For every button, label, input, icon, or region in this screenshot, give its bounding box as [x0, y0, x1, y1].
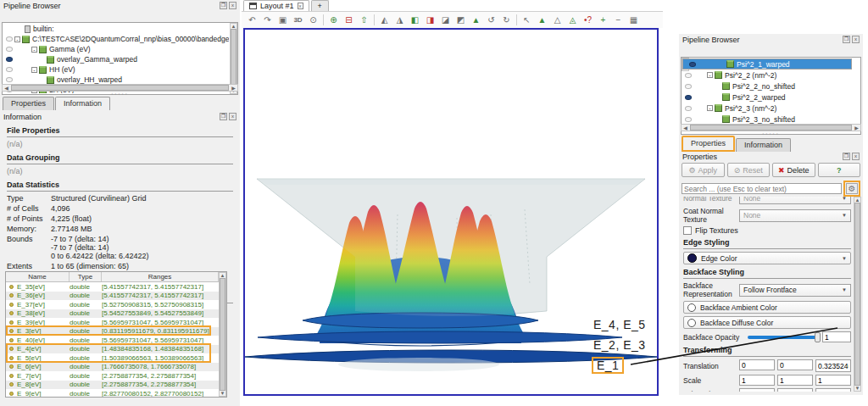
- visibility-eye-icon[interactable]: [6, 67, 13, 72]
- capture-screenshot-icon[interactable]: ▣: [275, 14, 290, 27]
- search-input[interactable]: [682, 183, 842, 194]
- pipeline-item-overlay-gamma[interactable]: overlay_Gamma_warped: [3, 54, 229, 64]
- rotate-cw-icon[interactable]: ↻: [499, 14, 514, 27]
- pipeline-item-gamma[interactable]: - Gamma (eV): [3, 44, 229, 54]
- close-panel-icon[interactable]: x: [229, 2, 236, 9]
- tree-horizontal-scrollbar[interactable]: ◀▶: [2, 84, 238, 92]
- query-points-icon[interactable]: •?: [581, 14, 595, 27]
- visibility-eye-icon[interactable]: [6, 47, 13, 52]
- flip-textures-checkbox[interactable]: [683, 226, 692, 235]
- view-plus-z-icon[interactable]: ◪: [438, 14, 453, 27]
- float-panel-icon[interactable]: ❐: [843, 36, 850, 43]
- tab-properties[interactable]: Properties: [682, 136, 735, 152]
- table-row[interactable]: E_40[eV]double[5.56959731047, 5.56959731…: [6, 336, 219, 345]
- tree-horizontal-scrollbar[interactable]: ◀▶: [681, 124, 861, 131]
- new-layout-tab-button[interactable]: +: [311, 0, 329, 11]
- properties-vertical-scrollbar[interactable]: ▲▼: [854, 197, 861, 392]
- table-row[interactable]: E_37[eV]double[5.52750908315, 5.52750908…: [6, 300, 219, 309]
- translation-y-input[interactable]: [777, 359, 813, 370]
- table-row[interactable]: E_7[eV]double[2.2758877354, 2.2758877354…: [6, 371, 219, 381]
- table-vertical-scrollbar[interactable]: ▲▼: [219, 272, 226, 397]
- collapse-expander-icon[interactable]: -: [707, 72, 713, 78]
- backface-ambient-color-button[interactable]: Backface Ambient Color: [683, 301, 851, 314]
- render-viewport[interactable]: E_4, E_5 E_2, E_3 E_1: [243, 28, 659, 396]
- visibility-eye-icon[interactable]: [6, 77, 13, 82]
- visibility-eye-icon[interactable]: [685, 73, 692, 78]
- pipeline-item-psi22[interactable]: - Psi^2_2 (nm^-2): [682, 70, 852, 81]
- view-minus-z-icon[interactable]: ◩: [453, 14, 468, 27]
- translation-x-input[interactable]: [739, 359, 775, 370]
- collapse-expander-icon[interactable]: -: [707, 105, 713, 111]
- select-points-icon[interactable]: △: [550, 14, 565, 27]
- delete-icon[interactable]: ▦: [626, 14, 641, 27]
- float-panel-icon[interactable]: ❐: [843, 153, 850, 160]
- gear-icon[interactable]: ⚙: [846, 183, 858, 194]
- rotate-ccw-icon[interactable]: ↺: [484, 14, 498, 27]
- edge-color-button[interactable]: Edge Color ▼: [683, 252, 851, 264]
- visibility-eye-icon[interactable]: [685, 117, 692, 122]
- pipeline-item-psi22-warped[interactable]: Psi^2_2_warped: [682, 92, 852, 103]
- orientation-x-input[interactable]: [739, 388, 775, 392]
- collapse-expander-icon[interactable]: -: [31, 47, 37, 53]
- zoom-out-icon[interactable]: ⊟: [342, 14, 356, 27]
- view-isometric-icon[interactable]: ▲: [469, 14, 483, 27]
- view-plus-y-icon[interactable]: ◧: [408, 14, 422, 27]
- view-plus-x-icon[interactable]: ◭: [377, 14, 392, 27]
- scale-z-input[interactable]: [815, 375, 851, 386]
- visibility-eye-icon[interactable]: [685, 84, 692, 89]
- zoom-to-data-icon[interactable]: ⊙: [306, 14, 320, 27]
- pipeline-item-builtin[interactable]: builtin:: [3, 24, 229, 34]
- tab-properties[interactable]: Properties: [3, 97, 54, 110]
- orientation-z-input[interactable]: [815, 388, 851, 392]
- coat-normal-texture-select[interactable]: None▼: [739, 209, 851, 222]
- normal-texture-select[interactable]: None▼: [739, 197, 851, 204]
- toggle-3d-icon[interactable]: 3D: [291, 14, 305, 27]
- table-row[interactable]: E_9[eV]double[2.82770080152, 2.827700801…: [6, 389, 219, 397]
- slider-handle[interactable]: [815, 332, 821, 342]
- collapse-expander-icon[interactable]: -: [14, 36, 20, 42]
- backface-representation-select[interactable]: Follow Frontface▼: [739, 284, 851, 297]
- visibility-eye-icon[interactable]: [685, 106, 692, 111]
- table-row-e3[interactable]: E_3[eV]double[0.831195911679, 0.83119591…: [6, 327, 219, 336]
- help-button[interactable]: ?: [818, 163, 861, 177]
- float-panel-icon[interactable]: ❐: [220, 2, 227, 9]
- tab-information[interactable]: Information: [736, 138, 791, 152]
- select-cells-icon[interactable]: ▲: [535, 14, 549, 27]
- view-minus-x-icon[interactable]: ◮: [392, 14, 407, 27]
- table-row-e5[interactable]: E_5[eV]double[1.50389066563, 1.503890665…: [6, 353, 219, 363]
- collapse-expander-icon[interactable]: -: [31, 67, 37, 73]
- visibility-eye-icon[interactable]: [6, 57, 13, 62]
- col-name[interactable]: Name: [6, 272, 70, 281]
- redo-camera-icon[interactable]: ↷: [260, 14, 275, 27]
- table-row[interactable]: E_35[eV]double[5.41557742317, 5.41557742…: [6, 282, 219, 292]
- view-minus-y-icon[interactable]: ◨: [423, 14, 437, 27]
- col-ranges[interactable]: Ranges: [102, 272, 219, 281]
- table-row[interactable]: E_8[eV]double[2.2758877354, 2.2758877354…: [6, 381, 219, 390]
- table-row[interactable]: E_39[eV]double[5.56959731047, 5.56959731…: [6, 318, 219, 327]
- scale-x-input[interactable]: [739, 375, 775, 386]
- table-row[interactable]: E_6[eV]double[1.7666735078, 1.7666735078…: [6, 363, 219, 372]
- add-icon[interactable]: +: [596, 14, 610, 27]
- apply-button[interactable]: ⚙Apply: [682, 163, 725, 177]
- pipeline-item-psi21-warped[interactable]: Psi^2_1_warped: [682, 58, 852, 70]
- reset-button[interactable]: ⊘Reset: [727, 163, 771, 177]
- pipeline-item-bandedges[interactable]: - C:\TESTCASE\2DQuantumCorral_nnp\bias_0…: [3, 34, 229, 44]
- backface-opacity-slider[interactable]: [748, 336, 819, 339]
- backface-opacity-input[interactable]: [822, 331, 851, 342]
- table-row[interactable]: E_38[eV]double[5.54527553849, 5.54527553…: [6, 309, 219, 319]
- query-cells-icon[interactable]: ◬: [565, 14, 580, 27]
- delete-button[interactable]: ✖Delete: [772, 163, 815, 177]
- table-row-e4[interactable]: E_4[eV]double[1.48384835168, 1.483848351…: [6, 345, 219, 354]
- pipeline-item-psi22-no-shifted[interactable]: Psi^2_2_no_shifted: [682, 81, 852, 92]
- visibility-eye-icon[interactable]: [689, 62, 696, 67]
- tab-layout-1[interactable]: Layout #1 x: [243, 0, 309, 11]
- translation-z-input[interactable]: [815, 359, 851, 372]
- table-header[interactable]: Name Type Ranges: [6, 272, 219, 282]
- col-type[interactable]: Type: [70, 272, 102, 281]
- pipeline-item-hh[interactable]: - HH (eV): [3, 64, 229, 75]
- pipeline-item-psi23[interactable]: - Psi^2_3 (nm^-2): [682, 103, 852, 114]
- table-row[interactable]: E_36[eV]double[5.41557742317, 5.41557742…: [6, 292, 219, 301]
- visibility-eye-icon[interactable]: [6, 36, 13, 42]
- pick-icon[interactable]: ↖: [520, 14, 534, 27]
- close-panel-icon[interactable]: x: [852, 36, 860, 43]
